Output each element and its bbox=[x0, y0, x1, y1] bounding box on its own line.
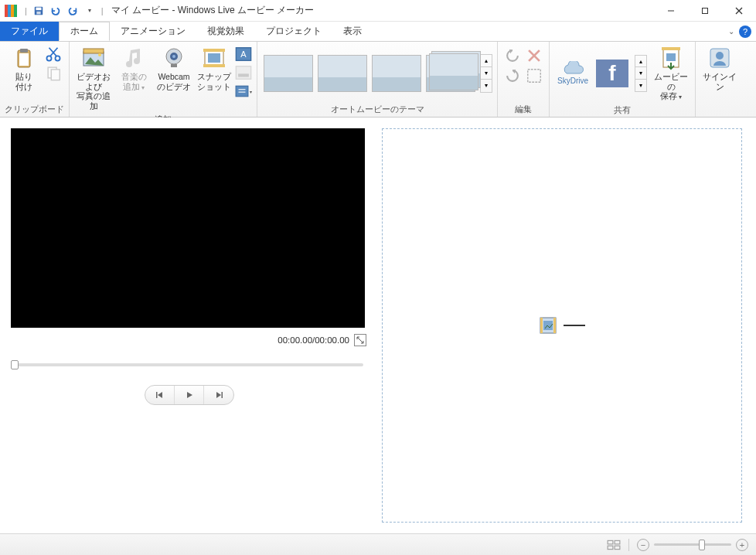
user-icon bbox=[707, 46, 732, 70]
webcam-icon bbox=[162, 46, 186, 70]
webcam-button[interactable]: Webcam のビデオ bbox=[155, 44, 193, 93]
storyboard-area[interactable] bbox=[382, 128, 742, 523]
add-music-button[interactable]: 音楽の 追加 ▾ bbox=[114, 44, 153, 93]
signin-button[interactable]: サインイン bbox=[700, 44, 739, 93]
cloud-icon bbox=[560, 61, 585, 77]
paste-button[interactable]: 貼り 付け bbox=[5, 44, 43, 93]
theme-4[interactable] bbox=[426, 55, 475, 92]
svg-rect-48 bbox=[608, 540, 613, 544]
svg-point-21 bbox=[172, 55, 175, 58]
thumbnail-view-button[interactable] bbox=[607, 538, 621, 552]
tab-animation[interactable]: アニメーション bbox=[110, 22, 196, 41]
filmstrip-icon bbox=[539, 316, 557, 335]
copy-button[interactable] bbox=[45, 64, 62, 81]
svg-rect-43 bbox=[222, 392, 223, 398]
work-area: 00:00.00/00:00.00 bbox=[0, 117, 756, 533]
theme-gallery-nav: ▴ ▾ ▾ bbox=[480, 54, 492, 93]
fullscreen-button[interactable] bbox=[354, 334, 366, 346]
snapshot-icon bbox=[202, 46, 226, 70]
zoom-slider[interactable] bbox=[654, 543, 731, 546]
clipboard-icon bbox=[12, 46, 36, 70]
ribbon-tabs: ファイル ホーム アニメーション 視覚効果 プロジェクト 表示 ⌄ ? bbox=[0, 22, 756, 42]
play-button[interactable] bbox=[175, 386, 204, 404]
tab-home[interactable]: ホーム bbox=[59, 22, 110, 41]
group-edit-label: 編集 bbox=[502, 102, 544, 117]
minimize-button[interactable] bbox=[654, 0, 688, 22]
rotate-left-button[interactable] bbox=[504, 47, 521, 64]
window-title: マイ ムービー - Windows Live ムービー メーカー bbox=[111, 4, 315, 17]
svg-rect-51 bbox=[615, 546, 620, 550]
ribbon: 貼り 付け クリップボード ビデオおよび 写真の追加 音楽の 追加 ▾ Webc… bbox=[0, 42, 756, 117]
zoom-thumb[interactable] bbox=[699, 540, 705, 550]
save-qat-button[interactable] bbox=[30, 2, 47, 19]
theme-expand[interactable]: ▾ bbox=[481, 80, 492, 92]
group-share-label: 共有 bbox=[554, 103, 690, 117]
delete-icon bbox=[526, 47, 543, 64]
webcam-label: Webcam のビデオ bbox=[157, 72, 191, 91]
svg-rect-9 bbox=[19, 53, 29, 66]
theme-scroll-up[interactable]: ▴ bbox=[481, 55, 492, 67]
playback-controls bbox=[11, 385, 368, 405]
prev-frame-icon bbox=[155, 390, 165, 400]
maximize-button[interactable] bbox=[688, 0, 722, 22]
seek-thumb[interactable] bbox=[11, 360, 19, 369]
add-music-label: 音楽の 追加 ▾ bbox=[121, 72, 147, 91]
facebook-icon: f bbox=[608, 61, 615, 86]
undo-qat-button[interactable] bbox=[47, 2, 64, 19]
svg-rect-26 bbox=[208, 53, 220, 63]
credits-icon bbox=[235, 84, 249, 98]
group-add: ビデオおよび 写真の追加 音楽の 追加 ▾ Webcam のビデオ スナップ シ… bbox=[70, 42, 257, 117]
caption-button[interactable] bbox=[235, 64, 252, 81]
cut-button[interactable] bbox=[45, 46, 62, 63]
rotate-right-icon bbox=[504, 67, 521, 84]
credits-button[interactable]: ▾ bbox=[235, 83, 252, 100]
prev-frame-button[interactable] bbox=[145, 386, 175, 404]
facebook-button[interactable]: f bbox=[596, 60, 628, 87]
minimize-icon bbox=[667, 7, 675, 15]
share-scroll-down[interactable]: ▾ bbox=[635, 67, 646, 79]
zoom-in-button[interactable]: + bbox=[736, 539, 748, 551]
snapshot-button[interactable]: スナップ ショット bbox=[195, 44, 233, 93]
group-themes-label: オートムービーのテーマ bbox=[262, 102, 492, 117]
add-video-photo-button[interactable]: ビデオおよび 写真の追加 bbox=[74, 44, 113, 112]
delete-button[interactable] bbox=[526, 47, 543, 64]
ribbon-collapse-button[interactable]: ⌄ bbox=[727, 26, 736, 37]
rotate-right-button[interactable] bbox=[504, 67, 521, 84]
music-icon bbox=[121, 46, 146, 70]
add-video-photo-label: ビデオおよび 写真の追加 bbox=[76, 72, 111, 111]
tab-view[interactable]: 表示 bbox=[332, 22, 373, 41]
qat-dropdown[interactable]: ▾ bbox=[81, 2, 98, 19]
title-button[interactable]: A bbox=[235, 46, 252, 63]
svg-rect-50 bbox=[608, 546, 613, 550]
play-icon bbox=[185, 390, 194, 400]
svg-rect-15 bbox=[51, 70, 60, 80]
tab-visual-effects[interactable]: 視覚効果 bbox=[196, 22, 255, 41]
theme-2[interactable] bbox=[318, 55, 367, 92]
redo-qat-button[interactable] bbox=[64, 2, 81, 19]
next-frame-button[interactable] bbox=[204, 386, 233, 404]
help-button[interactable]: ? bbox=[739, 26, 751, 38]
save-movie-button[interactable]: ムービーの 保存 ▾ bbox=[652, 44, 690, 103]
svg-rect-46 bbox=[553, 318, 556, 333]
skydrive-button[interactable]: SkyDrive bbox=[554, 60, 591, 87]
share-scroll-up[interactable]: ▴ bbox=[635, 56, 646, 67]
caption-icon bbox=[235, 64, 252, 81]
zoom-out-button[interactable]: − bbox=[637, 539, 649, 551]
svg-rect-2 bbox=[36, 11, 40, 14]
svg-rect-1 bbox=[36, 7, 41, 10]
svg-point-11 bbox=[55, 56, 60, 60]
tab-project[interactable]: プロジェクト bbox=[255, 22, 332, 41]
svg-point-18 bbox=[98, 53, 101, 56]
theme-3[interactable] bbox=[372, 55, 421, 92]
svg-rect-8 bbox=[20, 49, 28, 53]
theme-scroll-down[interactable]: ▾ bbox=[481, 67, 492, 80]
tab-file[interactable]: ファイル bbox=[0, 22, 59, 41]
close-button[interactable] bbox=[722, 0, 756, 22]
select-all-button[interactable] bbox=[526, 67, 543, 84]
seek-bar[interactable] bbox=[11, 363, 363, 366]
tabs-right: ⌄ ? bbox=[727, 22, 756, 41]
svg-rect-45 bbox=[540, 318, 543, 333]
group-signin: サインイン bbox=[696, 42, 744, 117]
share-expand[interactable]: ▾ bbox=[635, 80, 646, 91]
theme-default[interactable] bbox=[264, 55, 313, 92]
